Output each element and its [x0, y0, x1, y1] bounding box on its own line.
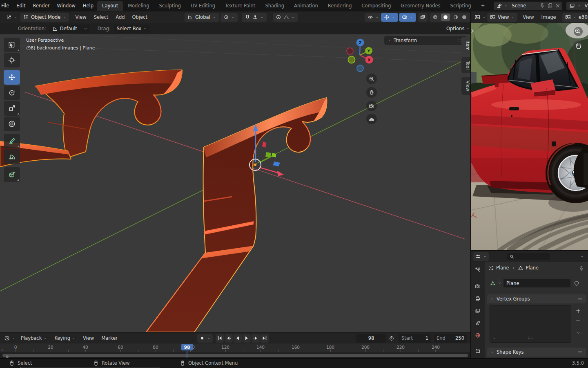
- sidebar-tab-tool[interactable]: Tool: [461, 57, 470, 73]
- shading-material-icon[interactable]: [453, 14, 459, 20]
- tool-move[interactable]: [4, 70, 20, 85]
- list-resize-grip-icon[interactable]: [528, 335, 533, 341]
- stopwatch-icon[interactable]: [389, 335, 394, 341]
- image-pan-button[interactable]: [574, 40, 583, 49]
- axis-neg-z-ball[interactable]: [357, 65, 363, 72]
- tab-object[interactable]: [473, 346, 483, 356]
- pivot-point-dropdown[interactable]: [220, 13, 238, 22]
- menu-select[interactable]: Select: [90, 14, 112, 20]
- menu-file[interactable]: File: [0, 3, 13, 9]
- editor-type-3d-viewport[interactable]: [3, 13, 20, 22]
- editor-type-image[interactable]: [473, 13, 487, 22]
- datablock-name-field[interactable]: Plane: [503, 279, 570, 287]
- image-datablock-selector[interactable]: e30-n: [562, 13, 588, 22]
- menu-playback[interactable]: Playback: [17, 335, 51, 341]
- timeline-expand-icon[interactable]: [0, 348, 4, 352]
- workspace-tab-scripting[interactable]: Scripting: [445, 1, 476, 11]
- menu-marker[interactable]: Marker: [98, 335, 121, 341]
- vertex-group-remove-button[interactable]: [574, 316, 583, 325]
- pin-icon[interactable]: [579, 266, 584, 272]
- workspace-tab-sculpting[interactable]: Sculpting: [154, 1, 186, 11]
- tool-select-box[interactable]: [4, 38, 20, 52]
- tool-annotate[interactable]: [4, 134, 20, 148]
- shape-keys-panel-header[interactable]: Shape Keys: [487, 348, 586, 357]
- properties-search-input[interactable]: [507, 253, 550, 260]
- menu-view[interactable]: View: [71, 14, 90, 20]
- workspace-tab-texture-paint[interactable]: Texture Paint: [220, 1, 260, 11]
- image-mode-dropdown[interactable]: View: [487, 13, 517, 22]
- image-editor-view[interactable]: [470, 23, 588, 250]
- proportional-editing-group[interactable]: [273, 13, 298, 22]
- menu-keying[interactable]: Keying: [51, 335, 79, 341]
- transform-orientation-dropdown[interactable]: Global: [185, 13, 219, 22]
- workspace-tab-layout[interactable]: Layout: [97, 1, 123, 11]
- editor-type-timeline[interactable]: [2, 334, 17, 343]
- tab-tool[interactable]: [473, 265, 483, 275]
- vertex-group-add-button[interactable]: [574, 307, 583, 315]
- workspace-tab-shading[interactable]: Shading: [260, 1, 289, 11]
- viewlayer-name[interactable]: ViewLayer: [583, 3, 588, 9]
- add-workspace-button[interactable]: +: [476, 1, 490, 11]
- timeline-scrollbar[interactable]: [2, 354, 468, 357]
- camera-view-button[interactable]: [366, 101, 377, 111]
- current-frame-field[interactable]: 98: [356, 334, 386, 343]
- tool-measure[interactable]: [4, 149, 20, 164]
- editor-type-properties[interactable]: [473, 252, 489, 261]
- frame-start-field[interactable]: Start 1: [399, 334, 431, 343]
- menu-render[interactable]: Render: [29, 3, 53, 9]
- tool-scale[interactable]: [4, 101, 20, 116]
- menu-image-image[interactable]: Image: [538, 14, 560, 20]
- scene-selector[interactable]: Scene: [494, 2, 562, 10]
- menu-window[interactable]: Window: [53, 3, 79, 9]
- jump-to-end-button[interactable]: [261, 334, 269, 343]
- show-gizmo-toggle[interactable]: [381, 13, 398, 22]
- workspace-tab-animation[interactable]: Animation: [289, 1, 323, 11]
- tab-world[interactable]: [473, 330, 483, 340]
- menu-help[interactable]: Help: [79, 3, 97, 9]
- image-zoom-button[interactable]: [574, 27, 583, 36]
- workspace-tab-uv-editing[interactable]: UV Editing: [186, 1, 220, 11]
- fake-user-shield-button[interactable]: [572, 279, 581, 287]
- menu-image-view[interactable]: View: [519, 14, 537, 20]
- filter-chevron-icon[interactable]: [580, 255, 584, 258]
- sidebar-tab-item[interactable]: Item: [461, 37, 470, 54]
- vertex-groups-panel-header[interactable]: Vertex Groups: [487, 294, 586, 303]
- tab-render[interactable]: [473, 281, 483, 291]
- zoom-button[interactable]: [366, 74, 377, 84]
- 3d-viewport[interactable]: Z Y X User Perspective (98) backround im…: [0, 34, 470, 332]
- shading-solid-active[interactable]: [441, 13, 450, 21]
- list-expand-icon[interactable]: [492, 337, 496, 340]
- jump-to-start-button[interactable]: [216, 334, 224, 343]
- workspace-tab-rendering[interactable]: Rendering: [323, 1, 357, 11]
- frame-end-field[interactable]: End 250: [434, 334, 467, 343]
- tool-cursor[interactable]: [4, 53, 20, 67]
- pin-icon[interactable]: [539, 3, 545, 9]
- play-button[interactable]: [243, 334, 251, 343]
- workspace-tab-geometry-nodes[interactable]: Geometry Nodes: [396, 1, 445, 11]
- gizmo-plane-y[interactable]: [265, 152, 271, 157]
- options-dropdown[interactable]: Options: [443, 25, 473, 33]
- close-icon[interactable]: [555, 3, 561, 9]
- transform-panel-header[interactable]: Transform: [384, 36, 467, 45]
- tab-view-layer[interactable]: [473, 306, 483, 316]
- viewlayer-selector[interactable]: ViewLayer: [566, 2, 588, 10]
- workspace-tab-compositing[interactable]: Compositing: [356, 1, 396, 11]
- next-keyframe-button[interactable]: [252, 334, 260, 343]
- scrollbar-knob[interactable]: [6, 355, 9, 358]
- scene-name[interactable]: Scene: [510, 3, 537, 9]
- auto-keying-toggle[interactable]: [197, 334, 213, 343]
- show-overlays-toggle[interactable]: [399, 13, 416, 22]
- tool-transform[interactable]: [4, 117, 20, 131]
- copy-scene-icon[interactable]: [547, 3, 553, 9]
- xray-toggle[interactable]: [418, 13, 428, 22]
- playhead[interactable]: 98: [181, 344, 193, 350]
- tool-rotate[interactable]: [4, 85, 20, 100]
- play-reverse-button[interactable]: [234, 334, 242, 343]
- tab-output[interactable]: [473, 294, 483, 303]
- timeline-ruler[interactable]: 0 20 40 60 80 100 120 140 160 180 200 22…: [0, 343, 470, 352]
- visibility-dropdown[interactable]: [365, 13, 382, 22]
- mode-dropdown[interactable]: Object Mode: [20, 13, 69, 22]
- menu-object[interactable]: Object: [129, 14, 151, 20]
- pan-hand-button[interactable]: [366, 87, 377, 98]
- menu-tl-view[interactable]: View: [79, 335, 98, 341]
